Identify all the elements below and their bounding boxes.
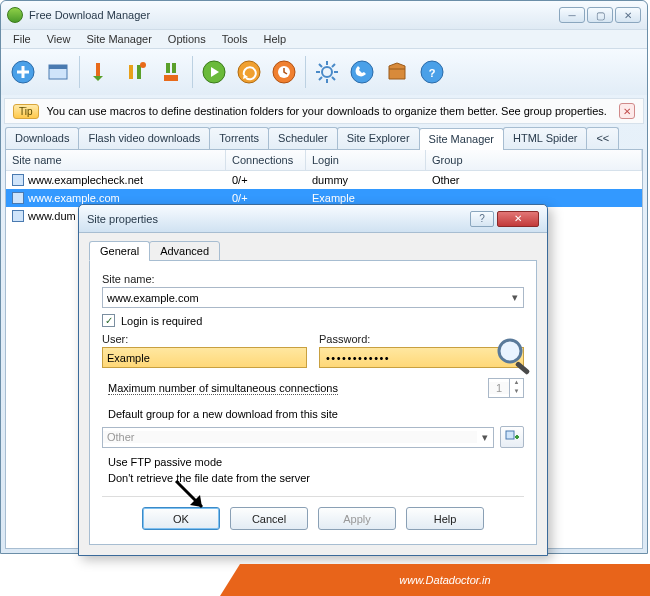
group-combo[interactable]: ▾	[102, 427, 494, 448]
menu-sitemanager[interactable]: Site Manager	[80, 31, 157, 47]
settings-button[interactable]	[311, 56, 343, 88]
minimize-button[interactable]: ─	[559, 7, 585, 23]
menu-view[interactable]: View	[41, 31, 77, 47]
watermark: www.Datadoctor.in	[240, 564, 650, 596]
sitename-input[interactable]	[103, 292, 507, 304]
dialog-tab-advanced[interactable]: Advanced	[149, 241, 220, 261]
pause-button[interactable]	[120, 56, 152, 88]
login-required-checkbox[interactable]: ✓ Login is required	[102, 314, 524, 327]
svg-rect-7	[166, 63, 170, 73]
chevron-down-icon[interactable]: ▾	[477, 431, 493, 444]
add-download-button[interactable]	[7, 56, 39, 88]
tab-downloads[interactable]: Downloads	[5, 127, 79, 149]
user-label: User:	[102, 333, 307, 345]
ftp-passive-checkbox[interactable]: Use FTP passive mode	[102, 456, 524, 468]
tab-htmlspider[interactable]: HTML Spider	[503, 127, 587, 149]
window-title: Free Download Manager	[29, 9, 150, 21]
restart-button[interactable]	[233, 56, 265, 88]
chevron-down-icon[interactable]: ▾	[507, 291, 523, 304]
table-row[interactable]: www.examplecheck.net 0/+ dummy Other	[6, 171, 642, 189]
col-login[interactable]: Login	[306, 150, 426, 170]
add-group-button[interactable]	[500, 426, 524, 448]
checkbox-icon: ✓	[102, 314, 115, 327]
maxconn-spinner[interactable]: ▲▼	[488, 378, 524, 398]
svg-point-14	[322, 67, 332, 77]
site-icon	[12, 192, 24, 204]
svg-rect-20	[506, 431, 514, 439]
toolbar: ?	[1, 49, 647, 95]
tab-more[interactable]: <<	[586, 127, 619, 149]
svg-point-15	[351, 61, 373, 83]
tip-close-button[interactable]: ✕	[619, 103, 635, 119]
tab-siteexplorer[interactable]: Site Explorer	[337, 127, 420, 149]
svg-rect-9	[164, 75, 178, 81]
tab-scheduler[interactable]: Scheduler	[268, 127, 338, 149]
svg-text:?: ?	[429, 67, 436, 79]
user-input[interactable]: Example	[102, 347, 307, 368]
tab-flash[interactable]: Flash video downloads	[78, 127, 210, 149]
cancel-button[interactable]: Cancel	[230, 507, 308, 530]
menu-tools[interactable]: Tools	[216, 31, 254, 47]
titlebar: Free Download Manager ─ ▢ ✕	[1, 1, 647, 29]
maxconn-checkbox[interactable]: Maximum number of simultaneous connectio…	[102, 378, 524, 398]
dialog-tab-general[interactable]: General	[89, 241, 150, 261]
app-icon	[7, 7, 23, 23]
schedule-button[interactable]	[268, 56, 300, 88]
menu-options[interactable]: Options	[162, 31, 212, 47]
tip-text: You can use macros to define destination…	[47, 105, 607, 117]
start-button[interactable]	[85, 56, 117, 88]
close-button[interactable]: ✕	[615, 7, 641, 23]
dialog-help-footer-button[interactable]: Help	[406, 507, 484, 530]
dialog-close-button[interactable]: ✕	[497, 211, 539, 227]
col-group[interactable]: Group	[426, 150, 642, 170]
svg-rect-3	[96, 63, 100, 77]
arrow-annotation-icon	[170, 475, 214, 519]
history-button[interactable]	[381, 56, 413, 88]
dialog-title: Site properties	[87, 213, 158, 225]
batch-button[interactable]	[42, 56, 74, 88]
tip-badge: Tip	[13, 104, 39, 119]
menubar: File View Site Manager Options Tools Hel…	[1, 29, 647, 49]
site-properties-dialog: Site properties ? ✕ General Advanced Sit…	[78, 204, 548, 556]
tab-sitemanager[interactable]: Site Manager	[419, 128, 504, 150]
defgroup-checkbox[interactable]: Default group for a new download from th…	[102, 408, 524, 420]
svg-rect-4	[129, 65, 133, 79]
svg-rect-2	[49, 65, 67, 69]
nodate-checkbox[interactable]: Don't retrieve the file date from the se…	[102, 472, 524, 484]
col-conn[interactable]: Connections	[226, 150, 306, 170]
main-tabs: Downloads Flash video downloads Torrents…	[1, 127, 647, 149]
spin-down-icon[interactable]: ▼	[509, 388, 523, 397]
site-icon	[12, 210, 24, 222]
dial-button[interactable]	[346, 56, 378, 88]
apply-button[interactable]: Apply	[318, 507, 396, 530]
password-input[interactable]: ••••••••••••	[319, 347, 524, 368]
svg-point-6	[140, 62, 146, 68]
dialog-help-button[interactable]: ?	[470, 211, 494, 227]
menu-file[interactable]: File	[7, 31, 37, 47]
spin-up-icon[interactable]: ▲	[509, 379, 523, 388]
tab-torrents[interactable]: Torrents	[209, 127, 269, 149]
password-label: Password:	[319, 333, 524, 345]
site-icon	[12, 174, 24, 186]
play-button[interactable]	[198, 56, 230, 88]
menu-help[interactable]: Help	[257, 31, 292, 47]
col-site[interactable]: Site name	[6, 150, 226, 170]
svg-rect-8	[172, 63, 176, 73]
tip-bar: Tip You can use macros to define destina…	[4, 98, 644, 124]
maximize-button[interactable]: ▢	[587, 7, 613, 23]
stop-button[interactable]	[155, 56, 187, 88]
svg-rect-5	[137, 65, 141, 79]
help-button[interactable]: ?	[416, 56, 448, 88]
sitename-label: Site name:	[102, 273, 524, 285]
sitename-combo[interactable]: ▾	[102, 287, 524, 308]
